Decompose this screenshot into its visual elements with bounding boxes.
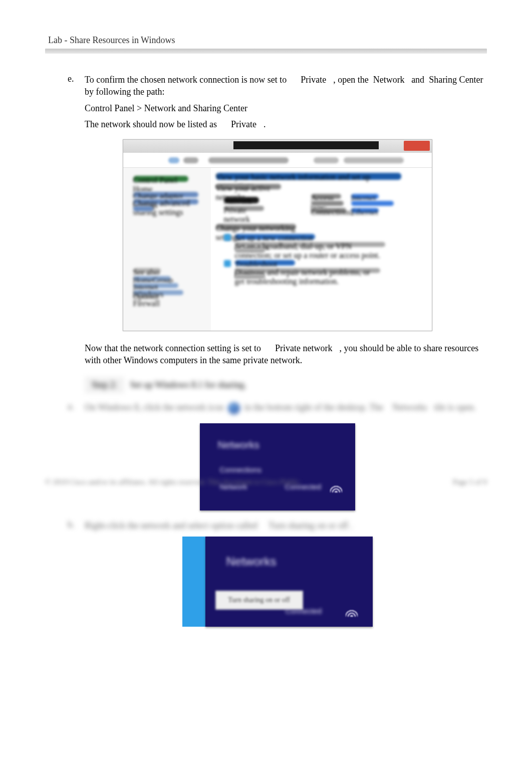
- sidebar-link: HomeGroup: [133, 276, 171, 281]
- trouble-desc-2: [235, 274, 265, 279]
- setup-desc-2: [235, 248, 265, 253]
- connected-label: Connected: [286, 607, 322, 615]
- step-e-line3: The network should now be listed asPriva…: [85, 118, 487, 130]
- nav-back-icon: [168, 157, 179, 163]
- breadcrumb-segment: [183, 157, 198, 163]
- access-value: Internet: [351, 194, 379, 199]
- change-settings-heading: Change your networking settings: [216, 224, 296, 229]
- step-marker-e: e.: [68, 74, 85, 98]
- setup-desc: Set up a broadband, dial-up, or VPN conn…: [235, 242, 385, 247]
- breadcrumb-segment: [208, 157, 289, 163]
- step-2-heading: Step 2: Set up Windows 8.1 for sharing.: [85, 377, 487, 393]
- network-type: Private network: [224, 206, 264, 211]
- text-private-network: Private network: [275, 343, 332, 353]
- path-text: Control Panel > Network and Sharing Cent…: [85, 102, 487, 114]
- page-header-title: Lab - Share Resources in Windows: [45, 35, 487, 46]
- header-divider: [45, 49, 487, 54]
- trouble-icon: [224, 260, 231, 267]
- window-toolbar: [123, 153, 432, 168]
- window-titlebar: [123, 140, 432, 153]
- panel-subheading: View your active networks: [216, 184, 281, 189]
- charm-strip: [182, 537, 205, 627]
- text-private: Private: [231, 119, 256, 129]
- network-globe-icon: [228, 402, 240, 414]
- step-marker-a: a.: [68, 401, 85, 414]
- step-e-body: To confirm the chosen network connection…: [85, 74, 487, 98]
- step-a-body: On Windows 8, click the network icon in …: [85, 401, 487, 414]
- networks-panel: Networks Turn sharing on or off Connecte…: [205, 537, 373, 627]
- breadcrumb-segment: [314, 157, 339, 163]
- text: in the bottom right of the desktop. The: [244, 402, 383, 412]
- sidebar-seealso: See also: [133, 268, 161, 273]
- step-a: a. On Windows 8, click the network icon …: [68, 401, 487, 414]
- setup-icon: [224, 234, 231, 241]
- trouble-link: Troubleshoot problems: [235, 260, 295, 266]
- footer-page-number: Page 5 of 9: [453, 478, 487, 486]
- step-marker-b: b.: [68, 519, 85, 532]
- trouble-desc: Diagnose and repair network problems, or…: [235, 268, 380, 273]
- figure-networks-panel-2: Networks Turn sharing on or off Connecte…: [182, 537, 373, 627]
- connections-label: Connections: [220, 465, 261, 474]
- step-2-label: Step 2:: [85, 377, 124, 393]
- setup-link: Set up a new connection or network: [235, 234, 315, 239]
- text: tile is open.: [434, 402, 476, 412]
- title-redacted: [233, 141, 379, 149]
- panel-heading: View your basic network information and …: [216, 173, 401, 180]
- text: On Windows 8, click the network icon: [85, 402, 223, 412]
- connections-label: Connections:: [311, 208, 346, 213]
- sidebar-link: [133, 206, 153, 211]
- sidebar-link: Windows Firewall: [133, 290, 183, 295]
- text: Turn sharing on or off: [269, 520, 348, 531]
- para-private-network: Now that the network connection setting …: [85, 342, 487, 367]
- sidebar-link: Change adapter settings: [133, 192, 198, 197]
- access-label: Access type:: [311, 194, 341, 199]
- networks-title: Networks: [226, 555, 277, 569]
- text-private: Private: [301, 75, 326, 85]
- figure-network-sharing-center: Control Panel Home Change adapter settin…: [123, 139, 432, 331]
- main-panel: View your basic network information and …: [211, 168, 432, 331]
- sidebar-link: Control Panel Home: [133, 176, 188, 182]
- text: by following the path:: [85, 87, 164, 97]
- sidebar: Control Panel Home Change adapter settin…: [123, 168, 211, 331]
- text: Right-click the network and select optio…: [85, 520, 257, 531]
- homegroup-label: [311, 201, 344, 206]
- networks-title: Networks: [218, 439, 259, 451]
- homegroup-value: [351, 201, 394, 206]
- text: Now that the network connection setting …: [85, 343, 261, 353]
- step-b-body: Right-click the network and select optio…: [85, 519, 487, 532]
- step-b: b. Right-click the network and select op…: [68, 519, 487, 532]
- text-sharing-center: Sharing Center: [429, 75, 483, 85]
- text: Networks: [392, 402, 427, 412]
- network-name: Network: [224, 197, 259, 203]
- text: The network should now be listed as: [85, 119, 217, 129]
- footer-copyright: © 2019 Cisco and/or its affiliates. All …: [45, 478, 302, 486]
- close-icon: [404, 141, 430, 151]
- figure-networks-panel-1: Networks Connections Network Connected: [200, 423, 355, 510]
- step-e: e. To confirm the chosen network connect…: [68, 74, 487, 98]
- text-network: Network: [373, 75, 405, 85]
- connections-value: Ethernet: [351, 208, 379, 213]
- step-2-text: Set up Windows 8.1 for sharing.: [130, 380, 246, 390]
- sidebar-link: Internet Options: [133, 283, 178, 288]
- text: .: [263, 119, 266, 129]
- search-box: [344, 157, 404, 163]
- text: , open the: [333, 75, 368, 85]
- page-footer: © 2019 Cisco and/or its affiliates. All …: [45, 478, 487, 486]
- wifi-icon: [346, 607, 358, 617]
- sidebar-link: Change advanced sharing settings: [133, 199, 198, 204]
- text: To confirm the chosen network connection…: [85, 75, 287, 85]
- text: and: [411, 75, 424, 85]
